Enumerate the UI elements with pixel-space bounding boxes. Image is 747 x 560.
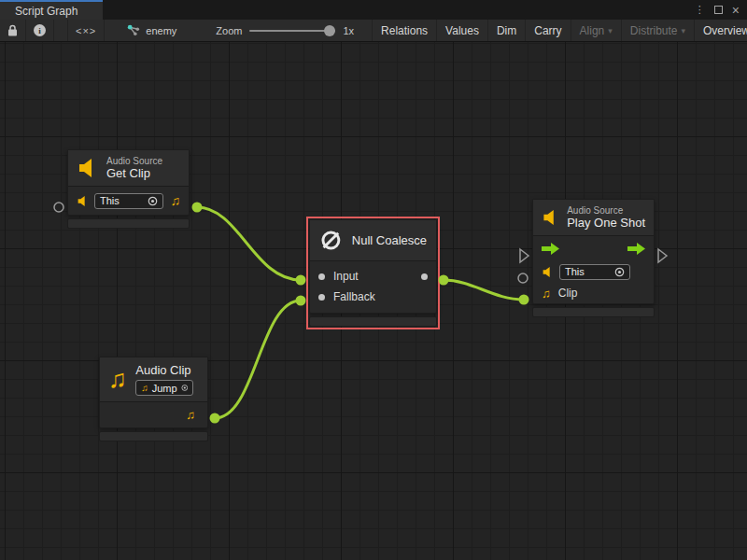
chevron-down-icon: ▾ bbox=[608, 26, 613, 35]
edge-audioclip-to-fallback[interactable] bbox=[215, 301, 301, 418]
target-object-value: This bbox=[565, 266, 611, 277]
fallback-port-dot[interactable] bbox=[318, 294, 325, 301]
graph-reference[interactable]: enemy bbox=[118, 20, 186, 41]
node-get-clip[interactable]: Audio Source Get Clip This bbox=[67, 149, 190, 229]
distribute-dropdown[interactable]: Distribute ▾ bbox=[622, 20, 695, 41]
clip-input-icon: ♫ bbox=[542, 287, 551, 300]
port-audioclip-output[interactable] bbox=[210, 413, 220, 424]
zoom-slider-track bbox=[249, 30, 335, 32]
close-icon[interactable]: × bbox=[732, 4, 740, 17]
zoom-value: 1x bbox=[343, 25, 354, 36]
chevron-down-icon: ▾ bbox=[681, 26, 685, 35]
audio-source-icon bbox=[542, 206, 559, 229]
node-play-one-shot[interactable]: Audio Source Play One Shot bbox=[532, 199, 655, 317]
input-port-label: Input bbox=[333, 270, 359, 283]
audio-clip-icon: ♫ bbox=[108, 367, 127, 392]
unity-visual-scripting-window: Script Graph ⋮ × i <×> bbox=[0, 0, 747, 560]
node-footer bbox=[309, 316, 437, 327]
toolbar-spacer bbox=[359, 20, 373, 41]
node-audio-clip[interactable]: ♫ Audio Clip ♫ Jump bbox=[99, 357, 208, 441]
audio-clip-field[interactable]: ♫ Jump bbox=[135, 380, 193, 396]
window-controls: ⋮ × bbox=[695, 0, 747, 20]
node-title: Audio Clip bbox=[135, 363, 193, 377]
values-button[interactable]: Values bbox=[437, 20, 488, 41]
port-getclip-output[interactable] bbox=[192, 203, 203, 213]
dim-button[interactable]: Dim bbox=[488, 20, 526, 41]
tab-title: Script Graph bbox=[15, 5, 78, 18]
note-icon: ♫ bbox=[141, 384, 148, 393]
kebab-menu-icon[interactable]: ⋮ bbox=[695, 5, 705, 15]
port-null-fallback[interactable] bbox=[296, 296, 306, 306]
port-playoneshot-flow-out[interactable] bbox=[658, 249, 667, 262]
tab-script-graph[interactable]: Script Graph bbox=[0, 0, 103, 20]
node-footer bbox=[99, 431, 208, 441]
target-object-field[interactable]: This bbox=[559, 264, 630, 280]
align-label: Align bbox=[580, 24, 605, 37]
relations-button[interactable]: Relations bbox=[373, 20, 437, 41]
values-label: Values bbox=[445, 24, 479, 37]
info-icon: i bbox=[34, 24, 46, 36]
align-dropdown[interactable]: Align ▾ bbox=[571, 20, 622, 41]
clip-port-label: Clip bbox=[558, 287, 578, 300]
carry-label: Carry bbox=[534, 24, 561, 37]
node-header: Audio Source Get Clip bbox=[68, 150, 189, 186]
lock-button[interactable] bbox=[0, 20, 26, 41]
node-category: Audio Source bbox=[567, 205, 645, 216]
audio-source-icon bbox=[542, 266, 554, 278]
input-port-dot[interactable] bbox=[318, 273, 325, 280]
audio-clip-output-icon: ♫ bbox=[171, 194, 181, 207]
graph-canvas[interactable]: Audio Source Get Clip This bbox=[0, 42, 747, 560]
zoom-control: Zoom 1x bbox=[186, 20, 359, 41]
node-category: Audio Source bbox=[106, 156, 162, 166]
node-header: ♫ Audio Clip ♫ Jump bbox=[100, 357, 207, 401]
distribute-label: Distribute bbox=[630, 24, 678, 37]
node-title: Get Clip bbox=[106, 166, 162, 180]
zoom-slider-handle[interactable] bbox=[324, 25, 335, 36]
carry-button[interactable]: Carry bbox=[526, 20, 571, 41]
audio-clip-value: Jump bbox=[152, 383, 177, 394]
tab-bar: Script Graph ⋮ × bbox=[0, 0, 747, 20]
null-coalesce-icon bbox=[319, 228, 343, 253]
port-playoneshot-target[interactable] bbox=[518, 273, 528, 283]
maximize-icon[interactable] bbox=[714, 6, 723, 14]
overview-label: Overview bbox=[703, 24, 747, 37]
zoom-label: Zoom bbox=[216, 25, 242, 36]
port-null-input[interactable] bbox=[296, 275, 306, 286]
dim-label: Dim bbox=[497, 24, 516, 37]
flow-in-arrow-icon[interactable] bbox=[542, 243, 559, 255]
object-picker-icon[interactable] bbox=[614, 267, 625, 277]
audio-source-icon bbox=[77, 157, 99, 179]
graph-icon bbox=[127, 24, 140, 36]
edge-result-to-clip[interactable] bbox=[444, 280, 524, 300]
code-view-button[interactable]: <×> bbox=[67, 20, 105, 41]
graph-name: enemy bbox=[146, 25, 176, 36]
flow-out-arrow-icon[interactable] bbox=[627, 243, 645, 255]
port-playoneshot-flow-in[interactable] bbox=[520, 249, 529, 262]
audio-clip-output-icon: ♫ bbox=[186, 409, 195, 421]
relations-label: Relations bbox=[381, 24, 428, 37]
zoom-slider[interactable] bbox=[249, 25, 335, 36]
result-port-dot[interactable] bbox=[421, 273, 428, 280]
object-picker-icon[interactable] bbox=[148, 196, 158, 206]
info-button[interactable]: i bbox=[26, 20, 54, 41]
port-getclip-target[interactable] bbox=[54, 203, 63, 212]
node-title: Null Coalesce bbox=[352, 233, 427, 247]
node-header: Null Coalesce bbox=[310, 220, 436, 260]
port-playoneshot-clip[interactable] bbox=[519, 295, 529, 305]
audio-source-icon bbox=[77, 195, 89, 207]
fallback-port-label: Fallback bbox=[333, 290, 375, 303]
target-object-field[interactable]: This bbox=[94, 193, 163, 209]
toolbar-spacer bbox=[105, 20, 118, 41]
port-null-result[interactable] bbox=[439, 275, 449, 286]
node-header: Audio Source Play One Shot bbox=[533, 200, 654, 235]
target-object-value: This bbox=[100, 195, 144, 206]
overview-button[interactable]: Overview bbox=[695, 20, 747, 41]
object-picker-icon[interactable] bbox=[181, 383, 189, 393]
code-icon: <×> bbox=[76, 25, 96, 36]
toolbar-spacer bbox=[54, 20, 67, 41]
lock-icon bbox=[7, 24, 18, 36]
graph-toolbar: i <×> enemy Zoom 1x Relations bbox=[0, 20, 747, 42]
edge-getclip-to-input[interactable] bbox=[197, 207, 301, 280]
node-footer bbox=[532, 307, 655, 317]
node-null-coalesce[interactable]: Null Coalesce Input Fallback bbox=[309, 219, 437, 327]
